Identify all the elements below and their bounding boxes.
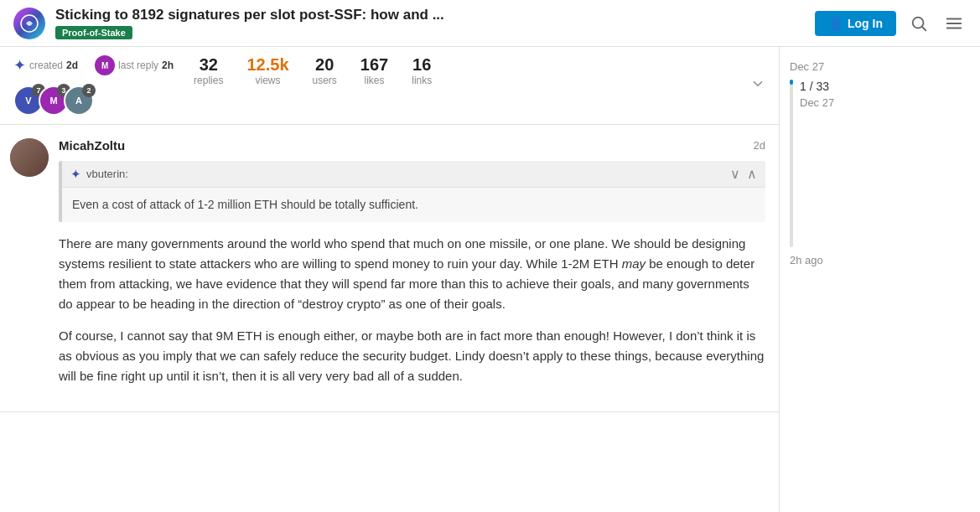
links-stat: 16 links: [412, 55, 432, 86]
post-item: MicahZoltu 2d ✦ vbuterin: ∨ ∧: [0, 125, 779, 412]
replies-label: replies: [194, 75, 223, 86]
stats-bar: ✦ created 2d M last reply 2h V 7: [0, 47, 779, 125]
last-reply-label: last reply: [118, 59, 158, 71]
post-author-avatar[interactable]: [10, 138, 49, 177]
created-date: 2d: [66, 59, 78, 71]
page-title[interactable]: Sticking to 8192 signatures per slot pos…: [55, 7, 805, 23]
menu-button[interactable]: [941, 11, 967, 36]
stats-numbers: 32 replies 12.5k views 20 users 167 like…: [194, 55, 432, 86]
search-button[interactable]: [906, 11, 931, 36]
post-paragraph-1: There are many governments around the wo…: [59, 234, 765, 314]
post-body: MicahZoltu 2d ✦ vbuterin: ∨ ∧: [59, 138, 765, 398]
stats-left: ✦ created 2d M last reply 2h V 7: [13, 55, 174, 116]
sidebar-bottom-date: 2h ago: [790, 254, 970, 266]
quote-icon: ✦: [70, 167, 81, 182]
main-layout: ✦ created 2d M last reply 2h V 7: [0, 47, 980, 512]
last-reply-date: 2h: [162, 59, 174, 71]
users-label: users: [313, 75, 337, 86]
content-area: ✦ created 2d M last reply 2h V 7: [0, 47, 779, 512]
replies-count: 32: [200, 55, 218, 75]
avatar-image: [10, 138, 49, 177]
reply-avatar: M: [95, 55, 115, 75]
post-paragraph-2: Of course, I cannot say that 9M ETH is e…: [59, 326, 765, 386]
svg-line-2: [922, 27, 926, 30]
participants-avatars: V 7 M 3 A 2: [13, 85, 174, 116]
login-button[interactable]: 👤 Log In: [815, 11, 896, 36]
progress-fraction: 1 / 33: [800, 80, 970, 93]
progress-inner-date: Dec 27: [800, 96, 970, 109]
quote-go-button[interactable]: ∧: [747, 166, 757, 182]
quote-block: ✦ vbuterin: ∨ ∧ Even a cost of attack of…: [59, 161, 765, 222]
links-count: 16: [412, 55, 431, 75]
progress-block: 1 / 33 Dec 27: [790, 80, 970, 247]
progress-info: 1 / 33 Dec 27: [800, 80, 970, 109]
views-label: views: [255, 75, 280, 86]
views-stat: 12.5k views: [246, 55, 288, 86]
quote-text: Even a cost of attack of 1-2 million ETH…: [62, 188, 765, 222]
quote-header: ✦ vbuterin: ∨ ∧: [62, 161, 765, 188]
post-time: 2d: [754, 139, 765, 152]
last-reply-item: M last reply 2h: [95, 55, 174, 75]
likes-stat: 167 likes: [360, 55, 388, 86]
avatar-3-badge: 2: [82, 84, 96, 97]
sidebar-top-date: Dec 27: [790, 60, 970, 73]
right-sidebar: Dec 27 1 / 33 Dec 27 2h ago: [779, 47, 980, 512]
expand-button[interactable]: [750, 76, 765, 96]
header-actions: 👤 Log In: [815, 11, 967, 36]
title-area: Sticking to 8192 signatures per slot pos…: [55, 7, 805, 39]
quote-author-row: ✦ vbuterin:: [70, 167, 128, 182]
post-author-name[interactable]: MicahZoltu: [59, 138, 125, 153]
post-header: MicahZoltu 2d: [59, 138, 765, 153]
quote-collapse-button[interactable]: ∨: [730, 166, 740, 182]
quote-actions: ∨ ∧: [730, 166, 757, 182]
views-count: 12.5k: [246, 55, 288, 75]
users-stat: 20 users: [313, 55, 337, 86]
links-label: links: [412, 75, 432, 86]
header: Sticking to 8192 signatures per slot pos…: [0, 0, 980, 47]
tag-badge[interactable]: Proof-of-Stake: [55, 26, 132, 39]
created-label: created: [29, 59, 63, 71]
created-replied: ✦ created 2d M last reply 2h: [13, 55, 174, 75]
progress-bar: [790, 80, 793, 247]
replies-stat: 32 replies: [194, 55, 223, 86]
users-count: 20: [315, 55, 334, 75]
user-icon: 👤: [828, 17, 843, 30]
likes-count: 167: [360, 55, 388, 75]
site-logo[interactable]: [13, 8, 45, 39]
created-item: ✦ created 2d: [13, 55, 78, 75]
progress-bar-fill: [790, 80, 793, 85]
avatar-3[interactable]: A 2: [64, 85, 94, 116]
quote-author[interactable]: vbuterin:: [86, 168, 128, 180]
created-icon: ✦: [13, 56, 26, 75]
likes-label: likes: [365, 75, 385, 86]
